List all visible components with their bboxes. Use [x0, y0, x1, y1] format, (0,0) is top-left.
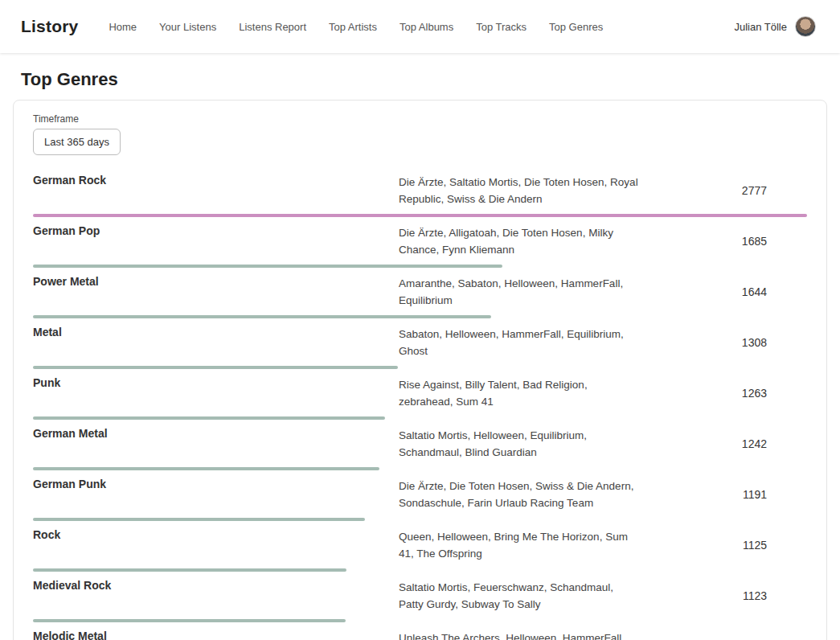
genre-rows: German Rock Die Ärzte, Saltatio Mortis, … — [33, 166, 807, 640]
genre-name: Power Metal — [33, 275, 399, 288]
user-menu[interactable]: Julian Tölle — [734, 16, 816, 37]
genre-name: Medieval Rock — [33, 579, 399, 592]
timeframe-label: Timeframe — [33, 113, 807, 125]
genre-count: 1123 — [640, 589, 807, 602]
genre-count: 1308 — [640, 336, 807, 349]
nav-link-top-genres[interactable]: Top Genres — [549, 21, 603, 33]
genre-name: Punk — [33, 376, 399, 389]
genre-artists: Die Ärzte, Die Toten Hosen, Swiss & Die … — [399, 478, 640, 511]
user-name: Julian Tölle — [734, 21, 787, 33]
genre-artists: Die Ärzte, Saltatio Mortis, Die Toten Ho… — [399, 174, 640, 207]
genre-row: German Rock Die Ärzte, Saltatio Mortis, … — [33, 166, 807, 217]
genre-count: 1125 — [640, 539, 807, 552]
genre-row: Melodic Metal Unleash The Archers, Hello… — [33, 622, 807, 640]
nav-link-home[interactable]: Home — [109, 21, 137, 33]
genre-row: German Metal Saltatio Mortis, Helloween,… — [33, 420, 807, 470]
genre-artists: Rise Against, Billy Talent, Bad Religion… — [399, 376, 640, 410]
genre-artists: Saltatio Mortis, Helloween, Equilibrium,… — [399, 427, 640, 461]
genre-row: German Pop Die Ärzte, Alligatoah, Die To… — [33, 217, 807, 268]
nav-link-top-tracks[interactable]: Top Tracks — [476, 21, 527, 33]
genre-row: Metal Sabaton, Helloween, HammerFall, Eq… — [33, 318, 807, 369]
genre-count: 1644 — [640, 285, 807, 298]
genre-artists: Queen, Helloween, Bring Me The Horizon, … — [399, 528, 640, 562]
genre-name: German Punk — [33, 478, 399, 490]
genre-name: Melodic Metal — [33, 630, 399, 640]
brand-logo[interactable]: Listory — [21, 17, 78, 36]
genre-name: German Pop — [33, 224, 399, 237]
genre-count: 2777 — [640, 184, 807, 197]
user-avatar[interactable] — [795, 16, 816, 37]
genre-artists: Unleash The Archers, Helloween, HammerFa… — [399, 630, 640, 640]
timeframe-select[interactable]: Last 365 days — [33, 129, 121, 155]
genre-count: 1191 — [640, 488, 807, 501]
genre-name: Rock — [33, 528, 399, 541]
genre-name: German Rock — [33, 174, 399, 187]
nav-link-listens-report[interactable]: Listens Report — [239, 21, 306, 33]
top-genres-card: Timeframe Last 365 days German Rock Die … — [13, 100, 827, 640]
nav-link-top-albums[interactable]: Top Albums — [400, 21, 453, 33]
genre-artists: Sabaton, Helloween, HammerFall, Equilibr… — [399, 326, 640, 359]
nav-link-your-listens[interactable]: Your Listens — [159, 21, 216, 33]
genre-row: Medieval Rock Saltatio Mortis, Feuerschw… — [33, 572, 807, 622]
genre-artists: Amaranthe, Sabaton, Helloween, HammerFal… — [399, 275, 640, 309]
genre-artists: Die Ärzte, Alligatoah, Die Toten Hosen, … — [399, 224, 640, 258]
nav-link-top-artists[interactable]: Top Artists — [329, 21, 377, 33]
genre-count: 1685 — [640, 235, 807, 248]
navbar: Listory Home Your Listens Listens Report… — [0, 0, 840, 53]
nav-links: Home Your Listens Listens Report Top Art… — [109, 21, 603, 33]
genre-name: Metal — [33, 326, 399, 338]
genre-count: 1242 — [640, 437, 807, 450]
page-title: Top Genres — [21, 69, 840, 90]
genre-count: 1263 — [640, 387, 807, 400]
genre-row: Power Metal Amaranthe, Sabaton, Hellowee… — [33, 268, 807, 318]
genre-artists: Saltatio Mortis, Feuerschwanz, Schandmau… — [399, 579, 640, 613]
genre-row: German Punk Die Ärzte, Die Toten Hosen, … — [33, 470, 807, 521]
genre-row: Rock Queen, Helloween, Bring Me The Hori… — [33, 521, 807, 572]
genre-row: Punk Rise Against, Billy Talent, Bad Rel… — [33, 369, 807, 420]
genre-name: German Metal — [33, 427, 399, 440]
